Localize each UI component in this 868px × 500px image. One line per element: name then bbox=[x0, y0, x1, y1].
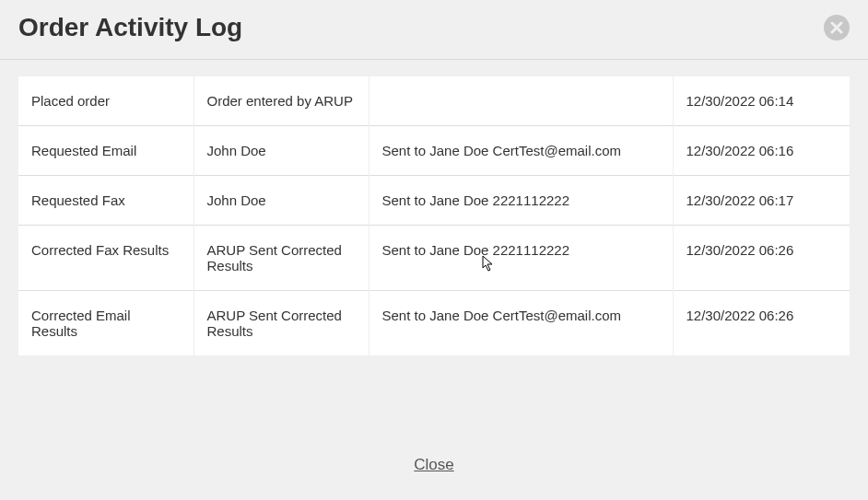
cell-time: 12/30/2022 06:26 bbox=[673, 226, 850, 291]
cell-by: John Doe bbox=[194, 126, 369, 176]
cell-detail: Sent to Jane Doe 2221112222 bbox=[369, 226, 673, 291]
cell-by: John Doe bbox=[194, 176, 369, 226]
cell-detail bbox=[369, 76, 673, 126]
cell-detail: Sent to Jane Doe 2221112222 bbox=[369, 176, 673, 226]
cell-by: ARUP Sent Corrected Results bbox=[194, 226, 369, 291]
cell-action: Requested Email bbox=[18, 126, 194, 176]
modal-header: Order Activity Log bbox=[0, 0, 868, 60]
cell-time: 12/30/2022 06:16 bbox=[673, 126, 850, 176]
cell-detail: Sent to Jane Doe CertTest@email.com bbox=[369, 291, 673, 356]
cell-time: 12/30/2022 06:14 bbox=[673, 76, 850, 126]
table-row: Requested Email John Doe Sent to Jane Do… bbox=[18, 126, 850, 176]
cell-time: 12/30/2022 06:17 bbox=[673, 176, 850, 226]
cell-action: Requested Fax bbox=[18, 176, 194, 226]
table-row: Placed order Order entered by ARUP 12/30… bbox=[18, 76, 850, 126]
cell-by: ARUP Sent Corrected Results bbox=[194, 291, 369, 356]
modal-footer: Close bbox=[0, 432, 868, 500]
cell-time: 12/30/2022 06:26 bbox=[673, 291, 850, 356]
activity-table-wrap: Placed order Order entered by ARUP 12/30… bbox=[18, 76, 850, 355]
activity-table: Placed order Order entered by ARUP 12/30… bbox=[18, 76, 850, 355]
cell-action: Corrected Fax Results bbox=[18, 226, 194, 291]
table-row: Corrected Fax Results ARUP Sent Correcte… bbox=[18, 226, 850, 291]
table-row: Corrected Email Results ARUP Sent Correc… bbox=[18, 291, 850, 356]
close-button[interactable]: Close bbox=[414, 456, 453, 474]
activity-log-modal: Order Activity Log Placed order Order en… bbox=[0, 0, 868, 500]
cell-by: Order entered by ARUP bbox=[194, 76, 369, 126]
modal-title: Order Activity Log bbox=[18, 13, 242, 42]
cell-detail: Sent to Jane Doe CertTest@email.com bbox=[369, 126, 673, 176]
table-row: Requested Fax John Doe Sent to Jane Doe … bbox=[18, 176, 850, 226]
cell-action: Corrected Email Results bbox=[18, 291, 194, 356]
close-icon[interactable] bbox=[824, 15, 850, 41]
cell-action: Placed order bbox=[18, 76, 194, 126]
